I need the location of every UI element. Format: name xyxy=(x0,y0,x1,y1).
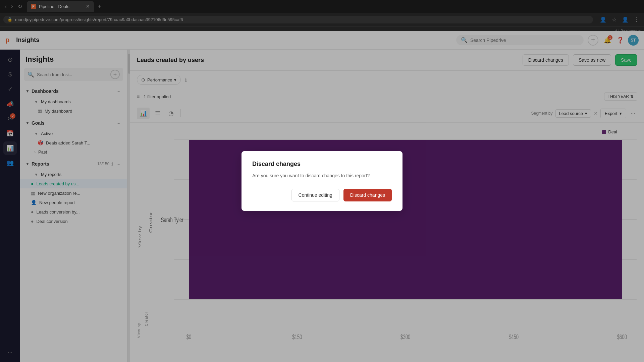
modal-overlay: Discard changes Are you sure you want to… xyxy=(0,0,644,362)
discard-changes-confirm-button[interactable]: Discard changes xyxy=(343,189,392,201)
modal-actions: Continue editing Discard changes xyxy=(252,189,392,201)
continue-editing-button[interactable]: Continue editing xyxy=(291,189,339,201)
modal-body: Are you sure you want to discard changes… xyxy=(252,172,392,179)
discard-changes-modal: Discard changes Are you sure you want to… xyxy=(241,151,402,211)
modal-title: Discard changes xyxy=(252,161,392,168)
